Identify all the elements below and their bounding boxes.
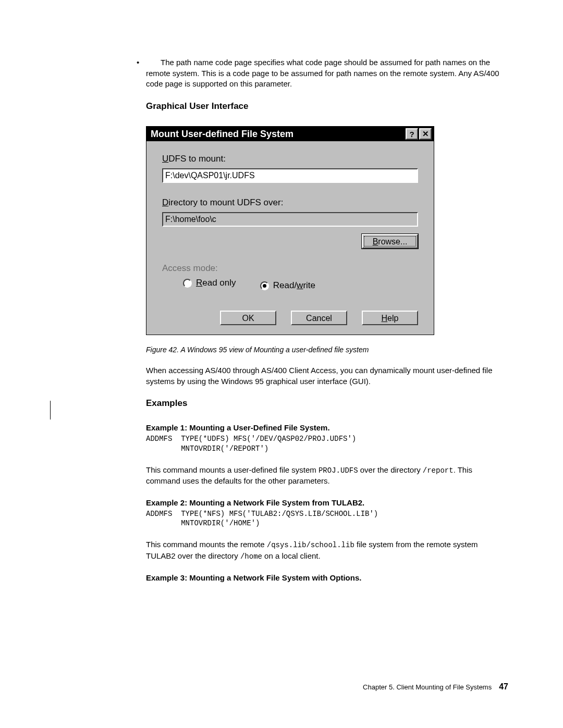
browse-button[interactable]: Browse... (362, 234, 418, 249)
radio-read-only[interactable]: Read only (183, 278, 236, 288)
radio-read-write[interactable]: Read/write (260, 280, 315, 291)
example2-code: ADDMFS TYPE(*NFS) MFS('TULAB2:/QSYS.LIB/… (146, 509, 508, 528)
directory-label: Directory to mount UDFS over: (162, 198, 418, 208)
access-paragraph: When accessing AS/400 through AS/400 Cli… (146, 365, 508, 387)
example1-head: Example 1: Mounting a User-Defined File … (146, 423, 508, 432)
example1-desc: This command mounts a user-defined file … (146, 465, 508, 487)
heading-gui: Graphical User Interface (146, 101, 508, 112)
ok-button[interactable]: OK (220, 311, 276, 325)
help-button[interactable]: Help (362, 311, 418, 325)
radio-icon (183, 279, 192, 288)
radio-icon (260, 281, 269, 290)
udfs-input[interactable] (162, 168, 418, 183)
close-icon[interactable]: ✕ (419, 128, 432, 140)
example3-head: Example 3: Mounting a Network File Syste… (146, 573, 508, 582)
heading-examples: Examples (146, 398, 508, 409)
help-icon[interactable]: ? (406, 128, 418, 140)
dialog-title: Mount User-defined File System (151, 129, 405, 140)
figure-caption: Figure 42. A Windows 95 view of Mounting… (146, 346, 508, 354)
mount-dialog: Mount User-defined File System ? ✕ UDFS … (146, 126, 434, 335)
dialog-titlebar: Mount User-defined File System ? ✕ (146, 127, 434, 141)
example1-code: ADDMFS TYPE(*UDFS) MFS('/DEV/QASP02/PROJ… (146, 434, 508, 453)
directory-input[interactable] (162, 212, 418, 227)
cancel-button[interactable]: Cancel (291, 311, 347, 325)
intro-bullet: The path name code page specifies what c… (146, 58, 499, 88)
example2-desc: This command mounts the remote /qsys.lib… (146, 539, 508, 562)
example2-head: Example 2: Mounting a Network File Syste… (146, 498, 508, 507)
udfs-label: UDFS to mount: (162, 154, 418, 164)
page-footer: Chapter 5. Client Mounting of File Syste… (363, 682, 508, 692)
access-mode-label: Access mode: (162, 263, 418, 274)
